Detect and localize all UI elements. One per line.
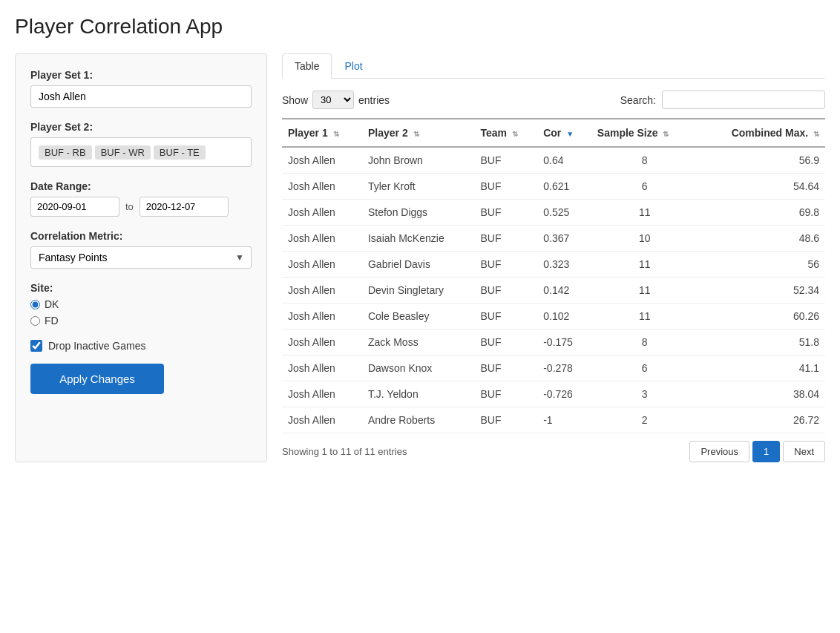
cell-sample-6: 11	[591, 304, 698, 329]
cell-team-1: BUF	[474, 174, 537, 200]
cell-player2-5: Devin Singletary	[362, 278, 474, 304]
cell-cor-7: -0.175	[537, 329, 591, 355]
cell-combined-1: 54.64	[698, 174, 826, 200]
cell-player2-4: Gabriel Davis	[362, 252, 474, 278]
site-fd-label[interactable]: FD	[30, 315, 252, 327]
cell-sample-7: 8	[591, 329, 698, 355]
cell-player1-5: Josh Allen	[282, 278, 362, 304]
sort-combined-icon: ⇅	[813, 130, 819, 138]
col-team[interactable]: Team ⇅	[474, 119, 537, 147]
page-1-button[interactable]: 1	[752, 441, 780, 462]
date-range-group: Date Range: to	[30, 180, 252, 217]
previous-button[interactable]: Previous	[689, 441, 749, 462]
cell-team-4: BUF	[474, 252, 537, 278]
app-title: Player Correlation App	[15, 15, 825, 39]
table-row: Josh Allen T.J. Yeldon BUF -0.726 3 38.0…	[282, 381, 825, 407]
cell-player1-2: Josh Allen	[282, 200, 362, 226]
table-row: Josh Allen Devin Singletary BUF 0.142 11…	[282, 278, 825, 304]
site-dk-radio[interactable]	[30, 300, 40, 309]
cell-combined-4: 56	[698, 252, 826, 278]
date-to-input[interactable]	[140, 197, 229, 217]
drop-inactive-checkbox[interactable]	[30, 340, 42, 352]
correlation-metric-group: Correlation Metric: Fantasy Points Targe…	[30, 230, 252, 269]
cell-combined-2: 69.8	[698, 200, 826, 226]
table-row: Josh Allen Stefon Diggs BUF 0.525 11 69.…	[282, 200, 825, 226]
cell-player1-3: Josh Allen	[282, 226, 362, 252]
cell-combined-7: 51.8	[698, 329, 826, 355]
table-row: Josh Allen Gabriel Davis BUF 0.323 11 56	[282, 252, 825, 278]
col-player1-label: Player 1	[288, 127, 328, 139]
cell-player2-7: Zack Moss	[362, 329, 474, 355]
site-fd-text: FD	[45, 315, 59, 327]
table-row: Josh Allen Andre Roberts BUF -1 2 26.72	[282, 407, 825, 433]
correlation-metric-select[interactable]: Fantasy Points Targets Receptions Yards …	[30, 246, 252, 269]
col-player1[interactable]: Player 1 ⇅	[282, 119, 362, 147]
cell-player1-0: Josh Allen	[282, 147, 362, 174]
cell-player2-10: Andre Roberts	[362, 407, 474, 433]
site-label: Site:	[30, 282, 252, 294]
cell-team-0: BUF	[474, 147, 537, 174]
player-set-1-input[interactable]	[30, 85, 252, 108]
col-sample-size[interactable]: Sample Size ⇅	[591, 119, 698, 147]
cell-player1-4: Josh Allen	[282, 252, 362, 278]
cell-team-5: BUF	[474, 278, 537, 304]
correlation-metric-label: Correlation Metric:	[30, 230, 252, 242]
cell-sample-0: 8	[591, 147, 698, 174]
col-cor[interactable]: Cor ▼	[537, 119, 591, 147]
next-button[interactable]: Next	[783, 441, 825, 462]
cell-player2-3: Isaiah McKenzie	[362, 226, 474, 252]
cell-team-6: BUF	[474, 304, 537, 329]
apply-changes-button[interactable]: Apply Changes	[30, 364, 164, 394]
date-from-input[interactable]	[30, 197, 119, 217]
table-row: Josh Allen John Brown BUF 0.64 8 56.9	[282, 147, 825, 174]
date-separator: to	[125, 201, 134, 212]
table-controls: Show 10 25 30 50 100 entries Search:	[282, 91, 825, 109]
table-row: Josh Allen Dawson Knox BUF -0.278 6 41.1	[282, 355, 825, 381]
table-row: Josh Allen Tyler Kroft BUF 0.621 6 54.64	[282, 174, 825, 200]
cell-cor-2: 0.525	[537, 200, 591, 226]
left-panel: Player Set 1: Player Set 2: BUF - RB BUF…	[15, 53, 267, 462]
tab-table[interactable]: Table	[282, 53, 332, 79]
pagination-row: Showing 1 to 11 of 11 entries Previous 1…	[282, 441, 825, 462]
cell-team-2: BUF	[474, 200, 537, 226]
table-row: Josh Allen Isaiah McKenzie BUF 0.367 10 …	[282, 226, 825, 252]
sort-cor-icon: ▼	[566, 130, 574, 138]
cell-combined-0: 56.9	[698, 147, 826, 174]
player-set-2-label: Player Set 2:	[30, 121, 252, 133]
player-set-2-input[interactable]: BUF - RB BUF - WR BUF - TE	[30, 137, 252, 167]
cell-sample-2: 11	[591, 200, 698, 226]
col-combined-max-label: Combined Max.	[732, 127, 808, 139]
site-group: Site: DK FD	[30, 282, 252, 327]
player-set-2-group: Player Set 2: BUF - RB BUF - WR BUF - TE	[30, 121, 252, 167]
correlation-metric-wrapper: Fantasy Points Targets Receptions Yards …	[30, 246, 252, 269]
col-combined-max[interactable]: Combined Max. ⇅	[698, 119, 826, 147]
sort-player1-icon: ⇅	[333, 130, 339, 138]
cell-player2-8: Dawson Knox	[362, 355, 474, 381]
site-radio-group: DK FD	[30, 298, 252, 327]
cell-team-9: BUF	[474, 381, 537, 407]
cell-cor-1: 0.621	[537, 174, 591, 200]
cell-combined-5: 52.34	[698, 278, 826, 304]
site-dk-label[interactable]: DK	[30, 298, 252, 310]
cell-combined-10: 26.72	[698, 407, 826, 433]
cell-team-10: BUF	[474, 407, 537, 433]
cell-cor-0: 0.64	[537, 147, 591, 174]
data-table: Player 1 ⇅ Player 2 ⇅ Team ⇅ Cor ▼	[282, 118, 825, 433]
cell-team-3: BUF	[474, 226, 537, 252]
show-entries-select[interactable]: 10 25 30 50 100	[312, 91, 354, 109]
tag-buf-te: BUF - TE	[154, 145, 206, 160]
site-fd-radio[interactable]	[30, 316, 40, 326]
date-range-label: Date Range:	[30, 180, 252, 192]
cell-team-8: BUF	[474, 355, 537, 381]
entries-label: entries	[358, 94, 390, 106]
col-player2[interactable]: Player 2 ⇅	[362, 119, 474, 147]
search-label: Search:	[620, 94, 656, 106]
cell-player1-7: Josh Allen	[282, 329, 362, 355]
cell-player1-6: Josh Allen	[282, 304, 362, 329]
cell-cor-8: -0.278	[537, 355, 591, 381]
drop-inactive-label[interactable]: Drop Inactive Games	[30, 340, 252, 352]
table-header: Player 1 ⇅ Player 2 ⇅ Team ⇅ Cor ▼	[282, 119, 825, 147]
tab-plot[interactable]: Plot	[332, 53, 375, 78]
cell-combined-8: 41.1	[698, 355, 826, 381]
search-input[interactable]	[662, 91, 825, 109]
